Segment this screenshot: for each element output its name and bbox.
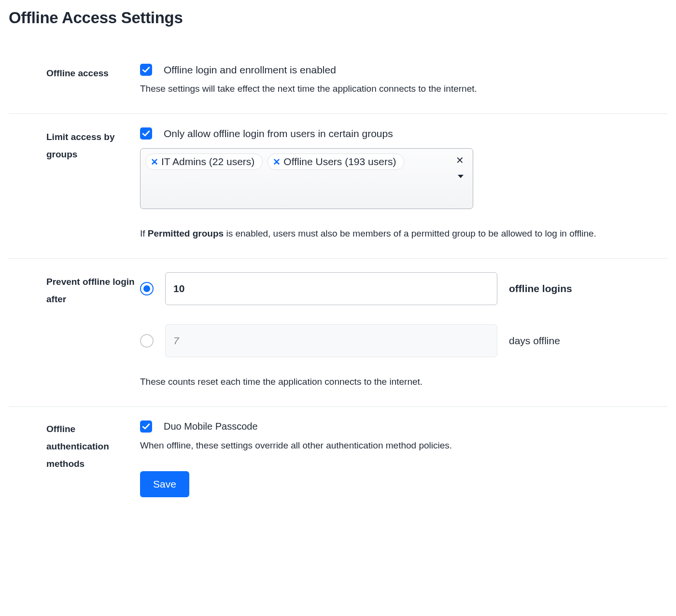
permitted-groups-note: If Permitted groups is enabled, users mu… — [140, 228, 667, 239]
prevent-after-days-radio[interactable] — [140, 334, 154, 348]
clear-all-icon[interactable]: ✕ — [456, 155, 464, 165]
prevent-after-logins-radio[interactable] — [140, 282, 154, 295]
offline-logins-suffix: offline logins — [509, 283, 572, 294]
section-auth-methods: Offline authentication methods Duo Mobil… — [9, 407, 667, 517]
page-title: Offline Access Settings — [9, 9, 667, 27]
offline-access-checkbox[interactable] — [140, 64, 152, 76]
duo-passcode-checkbox-label: Duo Mobile Passcode — [164, 421, 258, 432]
prevent-after-label: Prevent offline login after — [9, 272, 140, 308]
chip-label: Offline Users (193 users) — [283, 156, 396, 168]
limit-groups-checkbox[interactable] — [140, 127, 152, 140]
offline-access-helper: These settings will take effect the next… — [140, 84, 667, 94]
offline-access-label: Offline access — [9, 64, 140, 82]
chip-remove-icon[interactable]: ✕ — [151, 157, 158, 167]
group-chip: ✕ IT Admins (22 users) — [145, 154, 263, 170]
auth-methods-helper: When offline, these settings override al… — [140, 440, 667, 451]
limit-groups-label: Limit access by groups — [9, 127, 140, 163]
limit-groups-checkbox-label: Only allow offline login from users in c… — [164, 128, 393, 140]
check-icon — [142, 66, 150, 74]
prevent-after-helper: These counts reset each time the applica… — [140, 377, 667, 387]
days-offline-suffix: days offline — [509, 335, 560, 347]
chip-remove-icon[interactable]: ✕ — [273, 157, 281, 167]
auth-methods-label: Offline authentication methods — [9, 420, 140, 473]
check-icon — [142, 422, 150, 431]
section-prevent-after: Prevent offline login after offline logi… — [9, 259, 667, 407]
check-icon — [142, 129, 150, 138]
section-limit-groups: Limit access by groups Only allow offlin… — [9, 114, 667, 259]
duo-passcode-checkbox[interactable] — [140, 420, 152, 433]
group-chip: ✕ Offline Users (193 users) — [268, 154, 404, 170]
days-offline-input — [165, 324, 497, 357]
offline-logins-input[interactable] — [165, 272, 497, 305]
save-button[interactable]: Save — [140, 471, 189, 497]
dropdown-caret-icon[interactable] — [457, 171, 464, 182]
chip-label: IT Admins (22 users) — [161, 156, 254, 168]
offline-access-checkbox-label: Offline login and enrollment is enabled — [164, 64, 336, 76]
section-offline-access: Offline access Offline login and enrollm… — [9, 50, 667, 114]
group-multiselect[interactable]: ✕ IT Admins (22 users) ✕ Offline Users (… — [140, 148, 473, 209]
